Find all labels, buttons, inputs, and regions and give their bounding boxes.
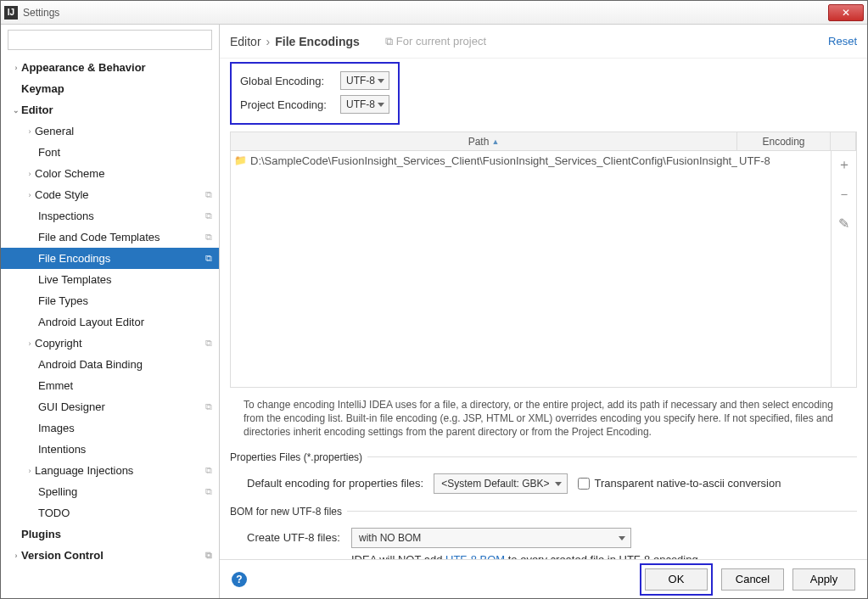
tree-label: File Encodings — [38, 252, 110, 265]
tree-item-font[interactable]: Font — [1, 142, 219, 163]
project-scope-icon: ⧉ — [205, 465, 212, 476]
chevron-right-icon: › — [25, 467, 35, 475]
add-row-button[interactable]: ＋ — [837, 156, 851, 174]
select-value: <System Default: GBK> — [441, 478, 549, 490]
titlebar: IJ Settings ✕ — [1, 1, 867, 25]
settings-window: IJ Settings ✕ 🔍 ›Appearance & Behavior K… — [0, 0, 868, 599]
reset-link[interactable]: Reset — [828, 35, 857, 48]
utf8-bom-link[interactable]: UTF-8 BOM — [445, 553, 505, 559]
chevron-right-icon: › — [25, 170, 35, 178]
app-icon: IJ — [4, 6, 18, 20]
tree-item-code-style[interactable]: ›Code Style⧉ — [1, 184, 219, 205]
transparent-ascii-checkbox-row[interactable]: Transparent native-to-ascii conversion — [578, 477, 781, 490]
cancel-button[interactable]: Cancel — [721, 568, 784, 591]
tree-item-emmet[interactable]: Emmet — [1, 375, 219, 396]
tree-item-editor[interactable]: ⌄Editor — [1, 99, 219, 120]
breadcrumb-editor[interactable]: Editor — [230, 35, 261, 48]
tree-item-android-layout[interactable]: Android Layout Editor — [1, 311, 219, 333]
tree-item-color-scheme[interactable]: ›Color Scheme — [1, 163, 219, 184]
tree-label: Android Data Binding — [38, 358, 143, 371]
search-input[interactable] — [8, 30, 212, 50]
tree-item-appearance[interactable]: ›Appearance & Behavior — [1, 57, 219, 78]
checkbox-label: Transparent native-to-ascii conversion — [595, 477, 781, 490]
global-encoding-label: Global Encoding: — [240, 75, 333, 87]
tree-item-plugins[interactable]: Plugins — [1, 523, 219, 545]
section-text: BOM for new UTF-8 files — [230, 506, 342, 518]
chevron-down-icon: ⌄ — [11, 106, 21, 115]
tree-item-todo[interactable]: TODO — [1, 502, 219, 523]
remove-row-button[interactable]: － — [837, 186, 851, 204]
breadcrumb: Editor › File Encodings — [230, 35, 360, 48]
path-column-header[interactable]: Path▲ — [231, 132, 737, 150]
for-project-text: For current project — [396, 35, 486, 48]
description-text: To change encoding IntelliJ IDEA uses fo… — [244, 398, 854, 439]
apply-button[interactable]: Apply — [792, 568, 855, 591]
properties-section-label: Properties Files (*.properties) — [230, 451, 857, 463]
section-text: Properties Files (*.properties) — [230, 451, 362, 463]
tree-label: General — [35, 125, 74, 137]
project-encoding-label: Project Encoding: — [240, 98, 333, 111]
tree-label: Plugins — [21, 528, 61, 540]
tree-item-file-templates[interactable]: File and Code Templates⧉ — [1, 227, 219, 248]
ok-button[interactable]: OK — [645, 568, 708, 591]
tree-item-intentions[interactable]: Intentions — [1, 439, 219, 460]
tree-label: Font — [38, 146, 60, 159]
grid-toolbar: ＋ － ✎ — [831, 151, 856, 387]
chevron-right-icon: › — [25, 191, 35, 199]
tree-item-version-control[interactable]: ›Version Control⧉ — [1, 545, 219, 566]
tree-label: Spelling — [38, 485, 77, 498]
ok-highlight-box: OK — [640, 563, 713, 596]
header-text: Encoding — [762, 136, 804, 148]
create-utf8-select[interactable]: with NO BOM — [351, 528, 631, 548]
tree-item-lang-injections[interactable]: ›Language Injections⧉ — [1, 460, 219, 481]
tree-label: Live Templates — [38, 273, 111, 286]
tree-item-file-encodings[interactable]: File Encodings⧉ — [1, 248, 219, 269]
project-scope-icon: ⧉ — [205, 232, 212, 243]
tree-item-spelling[interactable]: Spelling⧉ — [1, 481, 219, 502]
tree-label: Keymap — [21, 82, 64, 95]
main-panel: Editor › File Encodings ⧉ For current pr… — [220, 25, 867, 598]
create-utf8-label: Create UTF-8 files: — [247, 531, 341, 544]
encoding-cell[interactable]: UTF-8 — [737, 154, 831, 167]
tree-label: File and Code Templates — [38, 231, 160, 244]
breadcrumb-row: Editor › File Encodings ⧉ For current pr… — [220, 25, 867, 59]
project-scope-icon: ⧉ — [205, 486, 212, 497]
main-body: Global Encoding: UTF-8 Project Encoding:… — [220, 59, 867, 559]
close-button[interactable]: ✕ — [828, 4, 864, 21]
path-cell: 📁 D:\SampleCode\FusionInsight_Services_C… — [231, 154, 737, 167]
select-value: with NO BOM — [359, 532, 421, 544]
tree-label: Color Scheme — [35, 167, 104, 180]
chevron-right-icon: › — [11, 64, 21, 72]
tree-item-inspections[interactable]: Inspections⧉ — [1, 205, 219, 227]
encoding-column-header[interactable]: Encoding — [737, 132, 831, 150]
settings-tree[interactable]: ›Appearance & Behavior Keymap ⌄Editor ›G… — [1, 55, 219, 598]
bom-desc-prefix: IDEA will NOT add — [351, 553, 445, 559]
help-button[interactable]: ? — [232, 572, 247, 587]
project-scope-icon: ⧉ — [205, 189, 212, 200]
chevron-right-icon: › — [11, 551, 21, 560]
project-scope-icon: ⧉ — [205, 210, 212, 221]
dialog-footer: ? OK Cancel Apply — [220, 559, 867, 598]
tree-item-gui-designer[interactable]: GUI Designer⧉ — [1, 396, 219, 417]
tree-item-images[interactable]: Images — [1, 417, 219, 439]
tree-item-file-types[interactable]: File Types — [1, 290, 219, 311]
breadcrumb-file-encodings: File Encodings — [275, 35, 360, 48]
tree-item-general[interactable]: ›General — [1, 120, 219, 142]
tree-item-live-templates[interactable]: Live Templates — [1, 269, 219, 290]
global-encoding-combo[interactable]: UTF-8 — [340, 71, 389, 90]
content-area: 🔍 ›Appearance & Behavior Keymap ⌄Editor … — [1, 25, 867, 598]
tree-item-copyright[interactable]: ›Copyright⧉ — [1, 333, 219, 354]
encoding-highlight-box: Global Encoding: UTF-8 Project Encoding:… — [230, 62, 400, 125]
default-encoding-select[interactable]: <System Default: GBK> — [434, 473, 567, 494]
transparent-ascii-checkbox[interactable] — [578, 478, 590, 490]
tree-item-keymap[interactable]: Keymap — [1, 78, 219, 99]
tree-label: Version Control — [21, 549, 104, 562]
path-encoding-grid: Path▲ Encoding 📁 D:\SampleCode\FusionIns… — [230, 132, 857, 388]
tree-item-android-data[interactable]: Android Data Binding — [1, 354, 219, 375]
folder-icon: 📁 — [234, 154, 247, 166]
grid-rows: 📁 D:\SampleCode\FusionInsight_Services_C… — [231, 151, 831, 387]
table-row[interactable]: 📁 D:\SampleCode\FusionInsight_Services_C… — [231, 151, 831, 170]
edit-row-button[interactable]: ✎ — [838, 216, 849, 232]
for-current-project-label: ⧉ For current project — [385, 35, 486, 48]
project-encoding-combo[interactable]: UTF-8 — [340, 95, 389, 114]
